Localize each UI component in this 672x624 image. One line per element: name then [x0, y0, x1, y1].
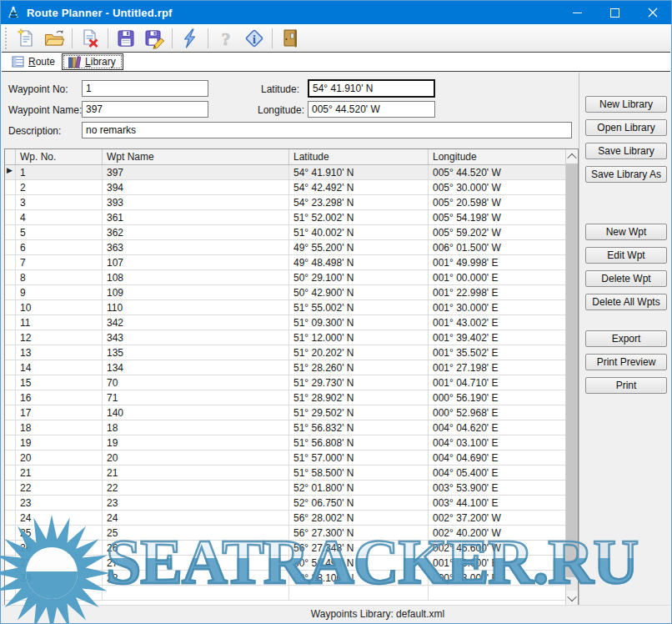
waypoint-row[interactable]: 536251° 40.002' N005° 59.202' W	[5, 225, 578, 240]
waypoint-row[interactable]: 167151° 28.902' N000° 56.190' E	[5, 390, 578, 405]
column-header-wp-no[interactable]: Wp. No.	[16, 149, 103, 164]
longitude-cell: 004° 04.620' E	[429, 420, 578, 435]
empty-cell	[103, 586, 289, 600]
edit-wpt-button[interactable]: Edit Wpt	[585, 247, 667, 264]
delete-wpt-button[interactable]: Delete Wpt	[585, 270, 667, 287]
toolbar-separator	[208, 28, 208, 48]
latitude-cell: 52° 01.800' N	[289, 481, 429, 495]
delete-all-wpts-button[interactable]: Delete All Wpts	[585, 294, 667, 310]
options-bolt-button[interactable]	[176, 26, 204, 51]
maximize-icon[interactable]	[596, 1, 634, 24]
description-field[interactable]	[82, 122, 572, 138]
waypoint-row[interactable]: 1714051° 29.502' N000° 52.968' E	[5, 405, 578, 420]
longitude-field[interactable]	[308, 101, 435, 118]
print-preview-button[interactable]: Print Preview	[585, 354, 667, 370]
toolbar-gripper[interactable]	[4, 28, 8, 49]
waypoint-no-field[interactable]	[82, 80, 208, 97]
waypoint-row[interactable]: 157051° 29.730' N001° 04.710' E	[5, 375, 578, 390]
row-selector-cell	[5, 210, 16, 224]
waypoint-row[interactable]: 252556° 27.300' N002° 40.200' W	[5, 526, 578, 541]
new-wpt-button[interactable]: New Wpt	[585, 224, 667, 240]
row-selector-cell	[5, 420, 16, 435]
wpt-name-cell: 342	[103, 315, 289, 330]
caption-controls	[559, 1, 671, 24]
help-button[interactable]: ?	[212, 26, 240, 51]
waypoint-row[interactable]: 710749° 48.498' N001° 49.998' E	[5, 255, 578, 270]
waypoint-row[interactable]: 222252° 01.800' N003° 53.900' E	[5, 481, 578, 496]
minimize-icon[interactable]	[559, 1, 596, 24]
waypoint-row[interactable]: 1134251° 09.300' N001° 43.002' E	[5, 315, 578, 330]
close-icon[interactable]	[634, 1, 671, 24]
open-route-button[interactable]	[40, 26, 68, 51]
waypoint-row[interactable]: 1011051° 55.002' N001° 30.000' E	[5, 300, 578, 315]
scroll-down-icon[interactable]	[566, 591, 578, 605]
waypoint-row[interactable]: 339354° 23.298' N005° 20.598' W	[5, 195, 578, 210]
save-as-button[interactable]	[140, 26, 168, 51]
column-header-longitude[interactable]: Longitude	[429, 149, 578, 164]
save-library-as-button[interactable]: Save Library As	[585, 166, 667, 183]
latitude-cell: 51° 40.002' N	[289, 225, 429, 239]
longitude-cell: 003° 53.900' E	[429, 481, 578, 495]
waypoint-row[interactable]: 181851° 56.832' N004° 04.620' E	[5, 420, 578, 435]
scroll-up-icon[interactable]	[566, 149, 578, 164]
tab-library[interactable]: Library	[62, 53, 123, 70]
about-button[interactable]: i	[240, 26, 268, 51]
waypoint-row[interactable]: 636349° 55.200' N006° 01.500' W	[5, 240, 578, 255]
library-tab-page: Waypoint No: Latitude: Waypoint Name: Lo…	[2, 73, 579, 606]
waypoint-row[interactable]: 262656° 27.348' N002° 45.600' W	[5, 541, 578, 556]
waypoint-row[interactable]: 232352° 06.750' N003° 44.100' E	[5, 496, 578, 511]
wp-no-cell: 9	[16, 285, 103, 299]
waypoint-name-field[interactable]	[82, 101, 208, 118]
save-button[interactable]	[112, 26, 140, 51]
export-button[interactable]: Export	[585, 330, 667, 347]
window-title: Route Planner - Untitled.rpf	[27, 7, 173, 19]
waypoint-row[interactable]: 1234351° 12.000' N001° 39.402' E	[5, 330, 578, 345]
wp-no-cell: 10	[16, 300, 103, 315]
longitude-cell: 001° 22.998' E	[429, 285, 578, 299]
scrollbar-thumb[interactable]	[566, 164, 578, 577]
row-selector-cell	[5, 541, 16, 555]
latitude-cell: 51° 28.260' N	[289, 360, 429, 375]
grid-vertical-scrollbar[interactable]	[565, 149, 578, 605]
waypoint-row[interactable]: 436151° 52.002' N005° 54.198' W	[5, 210, 578, 225]
waypoint-row[interactable]: 212151° 58.500' N004° 05.400' E	[5, 465, 578, 481]
new-route-button[interactable]	[12, 26, 40, 51]
print-button[interactable]: Print	[585, 377, 667, 394]
column-header-wpt-name[interactable]: Wpt Name	[103, 149, 289, 164]
latitude-cell: 54° 42.492' N	[289, 180, 429, 194]
column-header-latitude[interactable]: Latitude	[289, 149, 429, 164]
waypoint-row[interactable]: 910950° 42.900' N001° 22.998' E	[5, 285, 578, 300]
tab-route[interactable]: Route	[7, 53, 62, 70]
waypoint-row[interactable]: 239454° 42.492' N005° 30.000' W	[5, 180, 578, 195]
waypoint-row[interactable]: 202051° 57.000' N004° 04.690' E	[5, 450, 578, 465]
waypoint-row[interactable]: 1413451° 28.260' N001° 27.198' E	[5, 360, 578, 375]
latitude-cell: 50° 38.100' N	[289, 571, 429, 585]
save-library-button[interactable]: Save Library	[585, 143, 667, 159]
empty-cell	[5, 586, 16, 600]
latitude-cell: 52° 06.750' N	[289, 496, 429, 510]
waypoint-row[interactable]: 242456° 28.002' N002° 37.200' W	[5, 511, 578, 526]
exit-button[interactable]	[276, 26, 304, 51]
wp-no-cell: 22	[16, 481, 103, 495]
wp-no-cell: 5	[16, 225, 103, 239]
longitude-cell: 001° 30.000' E	[429, 300, 578, 315]
waypoint-row[interactable]: ▶139754° 41.910' N005° 44.520' W	[5, 165, 578, 180]
description-label: Description:	[8, 125, 61, 137]
waypoint-name-label: Waypoint Name:	[8, 104, 82, 116]
wpt-name-cell: 109	[103, 285, 289, 299]
latitude-field[interactable]	[308, 79, 435, 98]
waypoint-row[interactable]: 272750° 51.498' N001° 03.000' E	[5, 556, 578, 571]
waypoint-row[interactable]: 282850° 38.100' N000° 33.000' E	[5, 571, 578, 586]
wp-no-cell: 15	[16, 375, 103, 390]
latitude-label: Latitude:	[261, 83, 299, 95]
delete-route-button[interactable]	[76, 26, 104, 51]
longitude-cell: 006° 01.500' W	[429, 240, 578, 254]
waypoint-row[interactable]: 810850° 29.100' N001° 00.000' E	[5, 270, 578, 285]
empty-cell	[16, 586, 103, 600]
waypoint-row[interactable]: 191951° 56.808' N004° 03.100' E	[5, 435, 578, 450]
wpt-name-cell: 21	[103, 465, 289, 480]
new-library-button[interactable]: New Library	[585, 96, 667, 113]
waypoint-row[interactable]: 1313551° 20.202' N001° 35.502' E	[5, 345, 578, 360]
tab-route-label: Route	[28, 56, 55, 68]
open-library-button[interactable]: Open Library	[585, 119, 667, 136]
